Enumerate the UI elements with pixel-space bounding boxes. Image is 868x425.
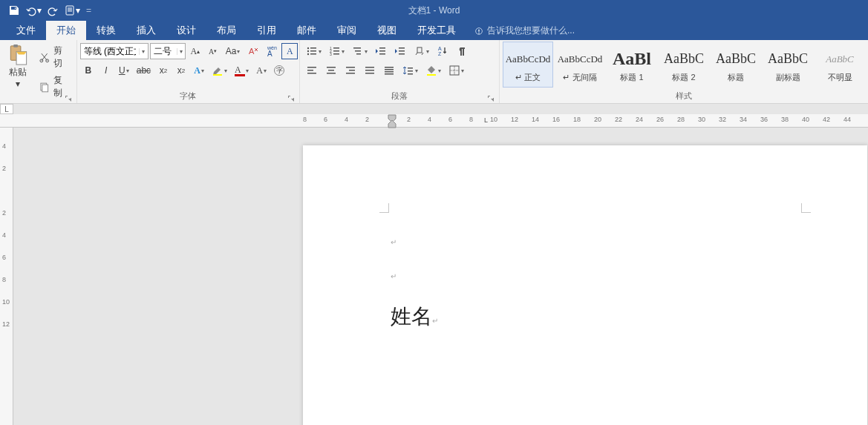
svg-rect-25: [333, 50, 339, 52]
paste-button[interactable]: 粘贴 ▾: [3, 42, 33, 90]
multilevel-list-button[interactable]: ▾: [349, 43, 371, 59]
svg-rect-40: [307, 67, 316, 68]
chevron-down-icon[interactable]: ▾: [139, 48, 148, 55]
font-dialog-launcher[interactable]: [287, 92, 296, 101]
style-title[interactable]: AaBbC标题: [711, 42, 761, 88]
paragraph-dialog-launcher[interactable]: [487, 92, 496, 101]
tab-mailings[interactable]: 邮件: [287, 21, 327, 40]
tell-me-placeholder: 告诉我您想要做什么...: [487, 24, 575, 37]
undo-button[interactable]: ▾: [25, 2, 42, 19]
tab-layout[interactable]: 布局: [206, 21, 247, 40]
text-effects-button[interactable]: A▾: [191, 62, 207, 79]
group-label-font: 字体: [80, 89, 296, 103]
superscript-button[interactable]: x2: [173, 62, 189, 79]
style-gallery[interactable]: AaBbCcDd↵ 正文 AaBbCcDd↵ 无间隔 AaBl标题 1 AaBb…: [503, 42, 865, 88]
window-title: 文档1 - Word: [408, 4, 460, 17]
enclose-characters-button[interactable]: 字: [271, 62, 287, 79]
svg-rect-49: [365, 67, 374, 68]
tab-developer[interactable]: 开发工具: [407, 21, 466, 40]
italic-button[interactable]: I: [98, 62, 114, 79]
style-heading2[interactable]: AaBbC标题 2: [659, 42, 709, 88]
bold-button[interactable]: B: [80, 62, 97, 79]
style-no-spacing[interactable]: AaBbCcDd↵ 无间隔: [555, 42, 605, 88]
character-border-button[interactable]: A: [281, 43, 298, 59]
tab-design[interactable]: 设计: [166, 21, 206, 40]
clear-formatting-button[interactable]: A: [244, 43, 262, 59]
chevron-down-icon[interactable]: ▾: [177, 48, 184, 55]
tab-insert[interactable]: 插入: [126, 21, 166, 40]
decrease-indent-button[interactable]: [372, 43, 390, 59]
highlight-button[interactable]: ▾: [209, 62, 230, 79]
cut-button[interactable]: 剪切: [36, 43, 74, 71]
style-normal[interactable]: AaBbCcDd↵ 正文: [503, 42, 553, 88]
tab-file[interactable]: 文件: [6, 21, 46, 40]
paragraph-mark-icon: ↵: [391, 272, 397, 280]
tab-review[interactable]: 审阅: [327, 21, 367, 40]
underline-button[interactable]: U▾: [116, 62, 132, 79]
svg-rect-58: [408, 73, 413, 75]
phonetic-guide-button[interactable]: wénA: [264, 43, 280, 59]
ribbon-tabs: 文件 开始 转换 插入 设计 布局 引用 邮件 审阅 视图 开发工具 告诉我您想…: [0, 21, 868, 40]
tab-selector[interactable]: L: [0, 104, 13, 114]
svg-rect-11: [42, 85, 48, 92]
touch-mode-button[interactable]: ▾: [64, 2, 80, 19]
font-name-combo[interactable]: ▾: [80, 43, 149, 59]
tab-references[interactable]: 引用: [247, 21, 287, 40]
bullets-button[interactable]: ▾: [303, 43, 324, 59]
svg-text:A: A: [249, 47, 255, 56]
tab-view[interactable]: 视图: [367, 21, 407, 40]
group-paragraph: ▾ 123▾ ▾ ▾ AZ ▾ ▾ ▾ 段落: [300, 40, 500, 103]
qat-customize-button[interactable]: =: [86, 5, 91, 16]
borders-button[interactable]: ▾: [446, 62, 467, 79]
group-label-styles: 样式: [503, 89, 865, 103]
numbering-button[interactable]: 123▾: [326, 43, 347, 59]
style-subtle[interactable]: AaBbC不明显: [815, 42, 865, 88]
svg-rect-28: [353, 47, 361, 49]
font-color-button[interactable]: A▾: [232, 62, 252, 79]
document-body[interactable]: ↵ ↵ 姓名↵: [391, 231, 438, 337]
style-heading1[interactable]: AaBl标题 1: [607, 42, 657, 88]
svg-rect-52: [385, 67, 394, 68]
save-button[interactable]: [6, 2, 22, 19]
document-workspace: L L 864224681012141618202224262830323436…: [0, 104, 868, 425]
horizontal-ruler[interactable]: L 86422468101214161820222426283032343638…: [0, 114, 868, 128]
distributed-button[interactable]: [380, 62, 398, 79]
svg-rect-34: [399, 47, 405, 49]
svg-rect-41: [307, 70, 313, 71]
sort-button[interactable]: AZ: [434, 43, 451, 59]
svg-rect-54: [385, 71, 394, 73]
character-shading-button[interactable]: A▾: [253, 62, 270, 79]
svg-rect-56: [408, 67, 413, 69]
line-spacing-button[interactable]: ▾: [399, 62, 421, 79]
subscript-button[interactable]: x2: [155, 62, 172, 79]
grow-font-button[interactable]: A▴: [187, 43, 203, 59]
increase-indent-button[interactable]: [391, 43, 409, 59]
font-size-combo[interactable]: ▾: [150, 43, 186, 59]
svg-rect-53: [385, 69, 394, 70]
change-case-button[interactable]: Aa▾: [223, 43, 244, 59]
svg-point-18: [307, 50, 309, 52]
justify-button[interactable]: [361, 62, 379, 79]
style-subtitle[interactable]: AaBbC副标题: [763, 42, 813, 88]
vertical-ruler[interactable]: 4224681012: [0, 128, 13, 425]
svg-rect-31: [379, 47, 385, 49]
shrink-font-button[interactable]: A▾: [205, 43, 221, 59]
title-bar: ▾ ▾ = 文档1 - Word: [0, 0, 868, 21]
align-right-button[interactable]: [342, 62, 359, 79]
clipboard-dialog-launcher[interactable]: [65, 92, 74, 101]
hanging-indent-marker[interactable]: [388, 120, 397, 129]
tell-me-search[interactable]: 告诉我您想要做什么...: [466, 22, 582, 40]
svg-rect-27: [333, 53, 339, 55]
shading-button[interactable]: ▾: [422, 62, 444, 79]
svg-rect-23: [333, 47, 339, 49]
tab-convert[interactable]: 转换: [86, 21, 126, 40]
tab-home[interactable]: 开始: [46, 21, 86, 40]
align-left-button[interactable]: [303, 62, 321, 79]
redo-button[interactable]: [45, 2, 61, 19]
strikethrough-button[interactable]: abc: [134, 62, 154, 79]
show-marks-button[interactable]: [453, 43, 471, 59]
document-page[interactable]: ↵ ↵ 姓名↵: [303, 145, 867, 425]
svg-rect-47: [349, 70, 355, 71]
asian-layout-button[interactable]: ▾: [411, 43, 432, 59]
align-center-button[interactable]: [322, 62, 340, 79]
